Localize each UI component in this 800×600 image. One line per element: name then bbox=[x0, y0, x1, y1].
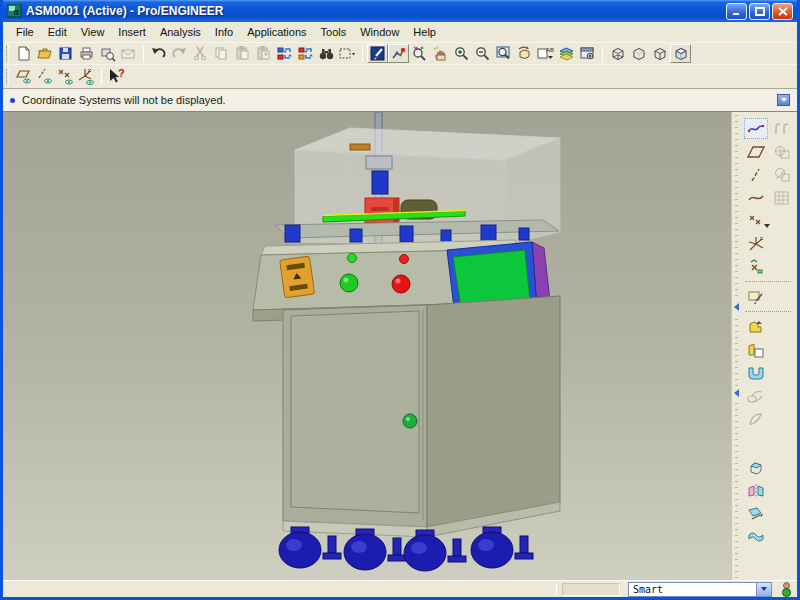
datum-planes-toggle[interactable] bbox=[13, 67, 34, 86]
green-push-button[interactable] bbox=[340, 274, 358, 292]
print-preview-button[interactable] bbox=[97, 44, 118, 63]
custom-regenerate-button[interactable] bbox=[295, 44, 316, 63]
green-indicator-light[interactable] bbox=[348, 254, 357, 263]
hole-tool-icon bbox=[773, 144, 791, 160]
cabinet-door[interactable] bbox=[291, 311, 419, 513]
round-tool-button[interactable] bbox=[770, 118, 794, 139]
datum-axis-tool-button[interactable] bbox=[744, 164, 768, 185]
style-tool-button[interactable] bbox=[744, 118, 768, 139]
graphics-area[interactable] bbox=[3, 112, 731, 580]
spin-center-button[interactable] bbox=[388, 44, 409, 63]
redo-button[interactable] bbox=[169, 44, 190, 63]
select-set-icon bbox=[338, 45, 357, 62]
mirror-tool-button[interactable] bbox=[744, 480, 768, 501]
offset-point-tool-button[interactable] bbox=[744, 256, 768, 277]
layers-button[interactable] bbox=[556, 44, 577, 63]
cut-button[interactable] bbox=[190, 44, 211, 63]
context-help-button[interactable]: ? bbox=[106, 67, 127, 86]
select-set-button[interactable] bbox=[337, 44, 358, 63]
curve-tool-button[interactable] bbox=[744, 187, 768, 208]
email-button[interactable] bbox=[118, 44, 139, 63]
saved-views-button[interactable]: AB bbox=[535, 44, 556, 63]
pattern-tool-button[interactable] bbox=[770, 187, 794, 208]
revolve-tool-button[interactable] bbox=[744, 339, 768, 360]
sweep-tool-button[interactable] bbox=[744, 362, 768, 383]
no-hidden-line-button[interactable] bbox=[649, 44, 670, 63]
zoom-refit-button[interactable] bbox=[493, 44, 514, 63]
door-knob[interactable] bbox=[403, 414, 417, 428]
selection-filter-dropdown-button[interactable] bbox=[756, 583, 771, 596]
title-bar[interactable]: ASM0001 (Active) - Pro/ENGINEER bbox=[3, 0, 797, 22]
orange-fitting[interactable] bbox=[350, 144, 370, 150]
save-button[interactable] bbox=[55, 44, 76, 63]
zoom-out-button[interactable] bbox=[472, 44, 493, 63]
paste-button[interactable] bbox=[232, 44, 253, 63]
search-tool-icon bbox=[411, 45, 428, 62]
menu-item-insert[interactable]: Insert bbox=[111, 24, 153, 40]
close-button[interactable] bbox=[772, 3, 793, 20]
maximize-button[interactable] bbox=[749, 3, 770, 20]
chamfer-tool-button[interactable] bbox=[770, 164, 794, 185]
menu-item-file[interactable]: File bbox=[9, 24, 41, 40]
style-tool-icon bbox=[747, 121, 765, 137]
paste-special-button[interactable] bbox=[253, 44, 274, 63]
caster-4[interactable] bbox=[471, 527, 533, 568]
keypad[interactable] bbox=[280, 256, 315, 298]
menu-item-applications[interactable]: Applications bbox=[240, 24, 313, 40]
datum-csys-toggle[interactable] bbox=[76, 67, 97, 86]
menu-item-info[interactable]: Info bbox=[208, 24, 240, 40]
print-button[interactable] bbox=[76, 44, 97, 63]
hole-tool-button[interactable] bbox=[770, 141, 794, 162]
menu-item-edit[interactable]: Edit bbox=[41, 24, 74, 40]
menu-item-help[interactable]: Help bbox=[406, 24, 443, 40]
reorient-button[interactable] bbox=[514, 44, 535, 63]
copy-button[interactable] bbox=[211, 44, 232, 63]
minimize-button[interactable] bbox=[726, 3, 747, 20]
search-tool-button[interactable] bbox=[409, 44, 430, 63]
menu-item-window[interactable]: Window bbox=[353, 24, 406, 40]
trim-tool-button[interactable] bbox=[744, 503, 768, 524]
swept-blend-tool-button[interactable] bbox=[744, 385, 768, 406]
datum-plane-tool-button[interactable] bbox=[744, 141, 768, 162]
swept-blend-icon bbox=[747, 388, 765, 404]
red-push-button[interactable] bbox=[392, 275, 410, 293]
pan-button[interactable] bbox=[430, 44, 451, 63]
coordinate-system-tool-button[interactable] bbox=[744, 233, 768, 254]
pattern-tool-icon bbox=[773, 190, 791, 206]
red-indicator-light[interactable] bbox=[400, 255, 409, 264]
find-button[interactable] bbox=[316, 44, 337, 63]
toolbar-gripper[interactable] bbox=[6, 46, 9, 62]
toolbar-gripper[interactable] bbox=[6, 69, 9, 85]
collapse-handle-button[interactable] bbox=[732, 386, 740, 400]
cabinet-side[interactable] bbox=[427, 296, 560, 527]
menu-item-view[interactable]: View bbox=[74, 24, 112, 40]
sketch-tool-button[interactable] bbox=[744, 286, 768, 307]
empty-slot bbox=[770, 480, 794, 501]
boundary-blend-tool-button[interactable] bbox=[744, 408, 768, 429]
empty-slot bbox=[770, 316, 794, 337]
selection-filter-combobox[interactable]: Smart bbox=[628, 582, 772, 597]
merge-tool-button[interactable] bbox=[744, 526, 768, 547]
shaded-button[interactable] bbox=[670, 44, 691, 63]
repaint-button[interactable] bbox=[367, 44, 388, 63]
offset-tool-button[interactable] bbox=[744, 457, 768, 478]
datum-points-toggle[interactable] bbox=[55, 67, 76, 86]
zoom-in-button[interactable] bbox=[451, 44, 472, 63]
extrude-tool-button[interactable] bbox=[744, 316, 768, 337]
collapse-handle-button[interactable] bbox=[732, 300, 740, 314]
message-log-expand-button[interactable] bbox=[777, 94, 790, 106]
view-manager-button[interactable] bbox=[577, 44, 598, 63]
menu-item-tools[interactable]: Tools bbox=[314, 24, 354, 40]
undo-button[interactable] bbox=[148, 44, 169, 63]
menu-item-analysis[interactable]: Analysis bbox=[153, 24, 208, 40]
datum-point-tool-button[interactable] bbox=[744, 210, 768, 231]
datum-axes-toggle[interactable] bbox=[34, 67, 55, 86]
hidden-line-button[interactable] bbox=[628, 44, 649, 63]
model-status-icon[interactable] bbox=[780, 582, 792, 597]
new-button[interactable] bbox=[13, 44, 34, 63]
assembly-model[interactable] bbox=[3, 112, 731, 580]
wireframe-button[interactable] bbox=[607, 44, 628, 63]
open-button[interactable] bbox=[34, 44, 55, 63]
sidebar-gripper[interactable] bbox=[732, 112, 741, 580]
regenerate-button[interactable] bbox=[274, 44, 295, 63]
